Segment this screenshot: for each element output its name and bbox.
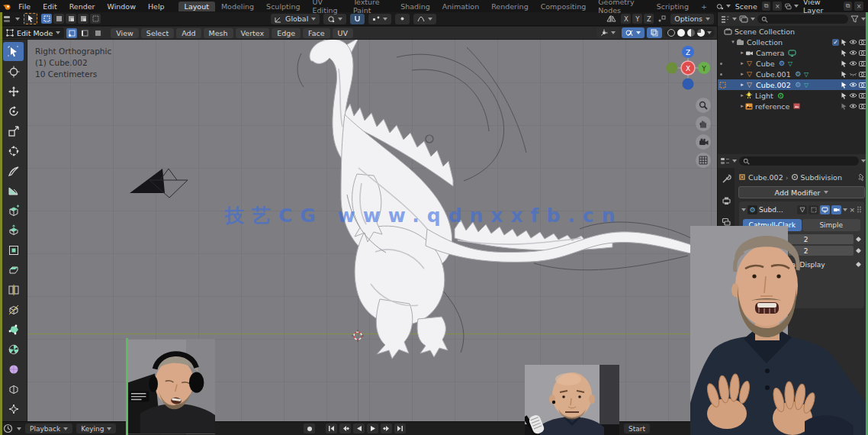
properties-editor-chevron[interactable]: [732, 160, 737, 163]
tab-sculpting[interactable]: Sculpting: [260, 2, 306, 11]
realtime-toggle[interactable]: [820, 205, 830, 214]
tool-select-box[interactable]: [3, 42, 24, 61]
display-mode-chevron[interactable]: [751, 18, 755, 21]
menu-window[interactable]: Window: [102, 2, 140, 11]
circle-select-icon[interactable]: [66, 14, 76, 24]
selectable-icon[interactable]: [841, 82, 847, 89]
rendered-shading-icon[interactable]: [697, 29, 705, 37]
scene-icon[interactable]: [716, 2, 724, 11]
tab-geometry-nodes[interactable]: Geometry Nodes: [592, 0, 650, 15]
keying-dropdown[interactable]: Keying: [76, 424, 116, 433]
outliner-row-cube-001[interactable]: ▸ ▽ Cube.001 ⚙ ▽: [718, 69, 868, 79]
delete-view-layer-button[interactable]: ×: [854, 2, 863, 11]
view-layer-icon[interactable]: [784, 2, 792, 11]
playback-dropdown[interactable]: Playback: [25, 424, 72, 433]
tool-poly-build[interactable]: [3, 320, 24, 339]
add-workspace-button[interactable]: +: [695, 2, 713, 11]
tool-extrude-region[interactable]: [3, 221, 24, 240]
menu-help[interactable]: Help: [143, 2, 169, 11]
outliner-row-scene-collection[interactable]: Scene Collection: [718, 26, 868, 37]
edge-select-icon[interactable]: [79, 28, 90, 38]
display-mode-icon[interactable]: [739, 15, 748, 23]
tool-bevel[interactable]: [3, 260, 24, 279]
expand-icon[interactable]: ▸: [739, 103, 745, 109]
tab-layout[interactable]: Layout: [178, 2, 215, 11]
tool-smooth[interactable]: [3, 359, 24, 379]
modifier-expand-chevron[interactable]: [741, 208, 746, 211]
breadcrumb-modifier[interactable]: Subdivision: [801, 173, 842, 182]
tool-scale[interactable]: [3, 121, 24, 140]
outliner-row-cube[interactable]: ▸ ▽ Cube ⚙ ▽: [718, 58, 868, 69]
paint-select-icon[interactable]: [90, 14, 101, 24]
modifier-name-field[interactable]: Subdivision: [759, 206, 785, 214]
outliner-editor-chevron[interactable]: [732, 18, 737, 21]
outliner-row-cube-002[interactable]: ▸ ▽ Cube.002 ⚙ ▽: [718, 79, 868, 90]
scene-dropdown-chevron[interactable]: [726, 5, 731, 8]
tool-knife[interactable]: [3, 300, 24, 319]
menu-file[interactable]: File: [14, 2, 35, 11]
tab-animation[interactable]: Animation: [436, 2, 485, 11]
tool-edge-slide[interactable]: [3, 379, 24, 398]
eye-icon[interactable]: [849, 50, 857, 56]
navigation-gizmo[interactable]: Z Y X: [663, 43, 713, 93]
mirror-icon[interactable]: [606, 14, 617, 23]
tab-compositing[interactable]: Compositing: [535, 2, 593, 11]
menu-face[interactable]: Face: [303, 28, 330, 38]
menu-edge[interactable]: Edge: [272, 28, 301, 38]
eye-icon[interactable]: [849, 82, 857, 88]
lasso-select-icon[interactable]: [78, 14, 88, 24]
menu-mesh[interactable]: Mesh: [204, 28, 233, 38]
selectable-icon[interactable]: [841, 71, 847, 78]
wireframe-shading-icon[interactable]: [667, 29, 675, 37]
xray-toggle[interactable]: [647, 27, 662, 38]
eye-closed-icon[interactable]: [849, 71, 857, 77]
pan-hand-icon[interactable]: [696, 116, 711, 131]
face-select-icon[interactable]: [92, 28, 103, 38]
breadcrumb-object[interactable]: Cube.002: [748, 173, 783, 182]
snap-base-icon[interactable]: [657, 14, 667, 23]
selectable-icon[interactable]: [841, 103, 847, 110]
selectable-icon[interactable]: [841, 92, 847, 99]
eye-icon[interactable]: [849, 60, 857, 66]
next-keyframe-icon[interactable]: [381, 424, 392, 433]
tool-inset-faces[interactable]: [3, 240, 24, 259]
tab-uv-editing[interactable]: UV Editing: [306, 0, 346, 15]
jump-end-icon[interactable]: [394, 424, 406, 433]
solid-shading-icon[interactable]: [677, 29, 685, 37]
menu-add[interactable]: Add: [176, 28, 201, 38]
modifier-drag-handle[interactable]: [857, 206, 862, 213]
tool-tab-icon[interactable]: [722, 174, 731, 184]
record-icon[interactable]: [304, 424, 315, 433]
frame-start-field[interactable]: Start: [624, 424, 650, 433]
clock-icon[interactable]: [3, 424, 13, 433]
selectable-icon[interactable]: [841, 50, 847, 56]
menu-vertex[interactable]: Vertex: [236, 28, 270, 38]
expand-icon[interactable]: ▸: [739, 50, 745, 56]
tool-rip-region[interactable]: [3, 399, 24, 418]
expand-icon[interactable]: ▸: [739, 92, 745, 98]
delete-scene-button[interactable]: ×: [773, 2, 782, 11]
ortho-grid-icon[interactable]: [696, 153, 711, 168]
tab-scripting[interactable]: Scripting: [651, 2, 695, 11]
outliner-row-light[interactable]: ▸ Light: [718, 90, 868, 101]
tool-spin[interactable]: [3, 340, 24, 359]
menu-edit[interactable]: Edit: [38, 2, 61, 11]
eye-icon[interactable]: [849, 103, 857, 109]
eye-icon[interactable]: [849, 39, 857, 45]
view-layer-dropdown-chevron[interactable]: [794, 5, 799, 8]
tab-texture-paint[interactable]: Texture Paint: [347, 0, 394, 15]
render-toggle[interactable]: [831, 205, 841, 214]
expand-icon[interactable]: ▸: [739, 71, 745, 77]
play-reverse-icon[interactable]: [353, 424, 365, 433]
zoom-icon[interactable]: [696, 98, 711, 113]
modifier-delete-button[interactable]: ×: [849, 206, 855, 214]
active-tool-icon[interactable]: [24, 13, 37, 24]
menu-view[interactable]: View: [111, 28, 139, 38]
tool-measure[interactable]: [3, 181, 24, 200]
jump-start-icon[interactable]: [326, 424, 337, 433]
eye-icon[interactable]: [849, 92, 857, 98]
outliner-row-camera[interactable]: ▸ Camera: [718, 47, 868, 58]
timeline-editor-chevron[interactable]: [17, 427, 21, 430]
modifier-extras-chevron[interactable]: [843, 208, 847, 211]
menu-select[interactable]: Select: [141, 28, 174, 38]
